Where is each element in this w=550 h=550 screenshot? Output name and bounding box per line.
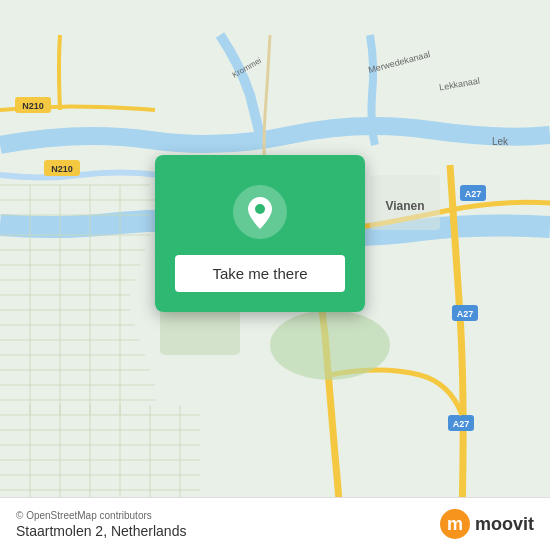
- moovit-brand-text: moovit: [475, 514, 534, 535]
- moovit-icon: m: [439, 508, 471, 540]
- location-card: Take me there: [155, 155, 365, 312]
- bottom-left-info: © OpenStreetMap contributors Staartmolen…: [16, 510, 186, 539]
- location-name: Staartmolen 2, Netherlands: [16, 523, 186, 539]
- svg-point-53: [255, 204, 265, 214]
- take-me-there-button[interactable]: Take me there: [175, 255, 345, 292]
- copyright-text: © OpenStreetMap contributors: [16, 510, 186, 521]
- bottom-bar: © OpenStreetMap contributors Staartmolen…: [0, 497, 550, 550]
- svg-text:Lek: Lek: [492, 136, 509, 147]
- svg-text:N210: N210: [51, 164, 73, 174]
- svg-text:Vianen: Vianen: [385, 199, 424, 213]
- svg-text:A27: A27: [453, 419, 470, 429]
- moovit-logo: m moovit: [439, 508, 534, 540]
- svg-text:A27: A27: [465, 189, 482, 199]
- svg-text:m: m: [447, 514, 463, 534]
- map-container: N210 N210 A2 A27 A27 A27 Vianen: [0, 0, 550, 550]
- svg-rect-47: [160, 305, 240, 355]
- svg-text:N210: N210: [22, 101, 44, 111]
- card-green-section: Take me there: [155, 155, 365, 312]
- svg-text:A27: A27: [457, 309, 474, 319]
- svg-point-46: [270, 310, 390, 380]
- location-pin-icon: [233, 185, 287, 239]
